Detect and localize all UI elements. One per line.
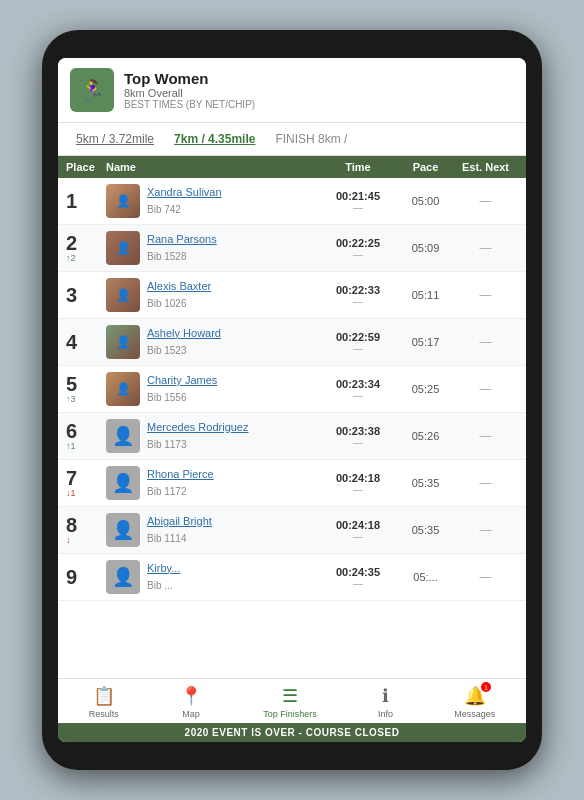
time-sub: —	[318, 202, 398, 213]
avatar-silhouette: 👤	[106, 560, 140, 594]
nav-results[interactable]: 📋 Results	[81, 683, 127, 721]
place-cell: 4	[66, 332, 106, 352]
header-text: Top Women 8km Overall BEST TIMES (by Net…	[124, 70, 255, 110]
table-row: 6 ↑1👤 Mercedes Rodriguez Bib 1173 00:23:…	[58, 413, 526, 460]
tabs-bar: 5km / 3.72mile 7km / 4.35mile FINISH 8km…	[58, 123, 526, 156]
nav-top-finishers-label: Top Finishers	[263, 709, 317, 719]
bib-number: Bib ...	[147, 580, 173, 591]
time-cell: 00:24:18 —	[318, 519, 398, 542]
name-info: Alexis Baxter Bib 1026	[147, 279, 211, 311]
est-cell: —	[453, 241, 518, 255]
est-cell: —	[453, 523, 518, 537]
table-row: 9 👤 Kirby... Bib ... 00:24:35 —05:...—	[58, 554, 526, 601]
tab-7km[interactable]: 7km / 4.35mile	[166, 129, 263, 149]
results-icon: 📋	[93, 685, 115, 707]
name-cell: 👤 Mercedes Rodriguez Bib 1173	[106, 419, 318, 453]
time-cell: 00:24:18 —	[318, 472, 398, 495]
place-number: 8	[66, 515, 77, 535]
time-sub: —	[318, 484, 398, 495]
table-row: 2 ↑2👤 Rana Parsons Bib 1528 00:22:25 —05…	[58, 225, 526, 272]
place-change: ↓1	[66, 488, 76, 498]
avatar: 👤	[106, 278, 140, 312]
time-main: 00:22:33	[318, 284, 398, 296]
subtitle: 8km Overall	[124, 87, 255, 99]
time-main: 00:22:59	[318, 331, 398, 343]
name-info: Abigail Bright Bib 1114	[147, 514, 212, 546]
est-cell: —	[453, 335, 518, 349]
time-cell: 00:22:59 —	[318, 331, 398, 354]
avatar: 👤	[106, 372, 140, 406]
athlete-name[interactable]: Rana Parsons	[147, 232, 217, 246]
avatar-silhouette: 👤	[106, 419, 140, 453]
name-info: Kirby... Bib ...	[147, 561, 180, 593]
col-est: Est. Next	[453, 161, 518, 173]
device: 🏃‍♀️ Top Women 8km Overall BEST TIMES (b…	[42, 30, 542, 770]
time-cell: 00:24:35 —	[318, 566, 398, 589]
nav-messages[interactable]: 🔔 1 Messages	[446, 683, 503, 721]
nav-map[interactable]: 📍 Map	[172, 683, 210, 721]
pace-cell: 05:...	[398, 571, 453, 583]
table-row: 1 👤 Xandra Sulivan Bib 742 00:21:45 —05:…	[58, 178, 526, 225]
est-cell: —	[453, 288, 518, 302]
time-sub: —	[318, 343, 398, 354]
header: 🏃‍♀️ Top Women 8km Overall BEST TIMES (b…	[58, 58, 526, 123]
place-cell: 5 ↑3	[66, 374, 106, 404]
avatar: 👤	[106, 560, 140, 594]
athlete-name[interactable]: Mercedes Rodriguez	[147, 420, 249, 434]
athlete-name[interactable]: Charity James	[147, 373, 217, 387]
time-sub: —	[318, 296, 398, 307]
place-number: 1	[66, 191, 77, 211]
time-cell: 00:21:45 —	[318, 190, 398, 213]
table-row: 4 👤 Ashely Howard Bib 1523 00:22:59 —05:…	[58, 319, 526, 366]
time-sub: —	[318, 437, 398, 448]
nav-top-finishers[interactable]: ☰ Top Finishers	[255, 683, 325, 721]
bib-number: Bib 1528	[147, 251, 186, 262]
athlete-name[interactable]: Abigail Bright	[147, 514, 212, 528]
screen: 🏃‍♀️ Top Women 8km Overall BEST TIMES (b…	[58, 58, 526, 742]
athlete-name[interactable]: Xandra Sulivan	[147, 185, 222, 199]
table-body: 1 👤 Xandra Sulivan Bib 742 00:21:45 —05:…	[58, 178, 526, 678]
place-change: ↑2	[66, 253, 76, 263]
athlete-name[interactable]: Ashely Howard	[147, 326, 221, 340]
est-cell: —	[453, 382, 518, 396]
pace-cell: 05:00	[398, 195, 453, 207]
nav-info-label: Info	[378, 709, 393, 719]
bib-number: Bib 1172	[147, 486, 186, 497]
bib-number: Bib 1173	[147, 439, 186, 450]
avatar: 👤	[106, 184, 140, 218]
time-sub: —	[318, 390, 398, 401]
time-sub: —	[318, 249, 398, 260]
place-cell: 8 ↓	[66, 515, 106, 545]
time-main: 00:21:45	[318, 190, 398, 202]
pace-cell: 05:09	[398, 242, 453, 254]
time-cell: 00:23:38 —	[318, 425, 398, 448]
tab-5km[interactable]: 5km / 3.72mile	[68, 129, 162, 149]
place-number: 6	[66, 421, 77, 441]
table-row: 8 ↓👤 Abigail Bright Bib 1114 00:24:18 —0…	[58, 507, 526, 554]
avatar-silhouette: 👤	[106, 466, 140, 500]
place-change: ↓	[66, 535, 71, 545]
time-cell: 00:22:25 —	[318, 237, 398, 260]
pace-cell: 05:35	[398, 477, 453, 489]
name-cell: 👤 Kirby... Bib ...	[106, 560, 318, 594]
place-cell: 7 ↓1	[66, 468, 106, 498]
name-info: Ashely Howard Bib 1523	[147, 326, 221, 358]
place-cell: 6 ↑1	[66, 421, 106, 451]
time-main: 00:22:25	[318, 237, 398, 249]
tab-finish[interactable]: FINISH 8km /	[267, 129, 355, 149]
nav-info[interactable]: ℹ Info	[370, 683, 401, 721]
athlete-name[interactable]: Kirby...	[147, 561, 180, 575]
athlete-name[interactable]: Alexis Baxter	[147, 279, 211, 293]
best-times: BEST TIMES (by Net/Chip)	[124, 99, 255, 110]
name-cell: 👤 Rana Parsons Bib 1528	[106, 231, 318, 265]
nav-map-label: Map	[182, 709, 200, 719]
header-icon: 🏃‍♀️	[70, 68, 114, 112]
place-number: 3	[66, 285, 77, 305]
place-number: 2	[66, 233, 77, 253]
name-info: Charity James Bib 1556	[147, 373, 217, 405]
badge-count: 1	[481, 682, 491, 692]
est-cell: —	[453, 194, 518, 208]
athlete-name[interactable]: Rhona Pierce	[147, 467, 214, 481]
bib-number: Bib 742	[147, 204, 181, 215]
page-title: Top Women	[124, 70, 255, 87]
